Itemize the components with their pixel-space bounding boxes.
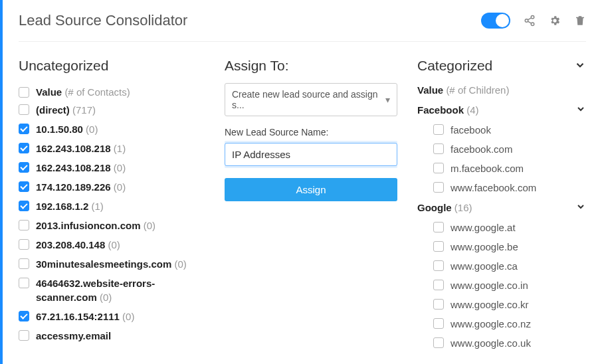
list-item: 67.21.16.154:2111 (0): [19, 307, 205, 326]
list-item: accessmy.email: [19, 326, 205, 345]
contacts-count-label: (# of Contacts): [64, 86, 130, 98]
svg-point-2: [531, 23, 534, 26]
item-label: www.facebook.com: [451, 181, 536, 195]
gear-icon[interactable]: [549, 15, 561, 27]
list-item: www.facebook.com: [417, 178, 586, 197]
item-label: www.google.co.in: [451, 278, 528, 292]
checkbox[interactable]: [433, 318, 444, 329]
checkbox[interactable]: [19, 311, 29, 321]
item-label: www.google.at: [451, 221, 516, 234]
item-count: (0): [97, 292, 112, 303]
uncategorized-column: Uncategorized Value (# of Contacts) (dir…: [19, 58, 205, 364]
item-label: www.google.be: [451, 240, 518, 254]
checkbox[interactable]: [433, 280, 444, 290]
children-count-label: (# of Children): [446, 84, 509, 96]
list-item: 162.243.108.218 (0): [19, 158, 205, 177]
checkbox[interactable]: [433, 163, 444, 173]
value-label: Value: [417, 84, 443, 96]
group-name: Google: [417, 202, 452, 213]
checkbox[interactable]: [19, 124, 29, 134]
checkbox[interactable]: [19, 330, 29, 341]
item-label: www.google.co.nz: [451, 317, 531, 331]
list-item: www.google.at: [417, 218, 586, 237]
list-item: www.google.be: [417, 237, 586, 256]
checkbox[interactable]: [19, 181, 29, 192]
group-name: Facebook: [417, 104, 464, 116]
group-count: (16): [452, 202, 472, 213]
trash-icon[interactable]: [574, 15, 586, 27]
assign-title: Assign To:: [225, 58, 397, 74]
item-count: (1): [88, 201, 104, 212]
new-lead-source-input[interactable]: [225, 143, 397, 166]
item-label: 46464632.website-errors-scanner.com: [36, 278, 155, 303]
checkbox[interactable]: [19, 258, 29, 269]
select-all-checkbox[interactable]: [19, 87, 29, 98]
checkbox[interactable]: [19, 239, 29, 250]
item-label: www.google.ca: [451, 259, 518, 273]
checkbox[interactable]: [433, 241, 444, 252]
list-item: facebook.com: [417, 139, 586, 159]
item-label: (direct): [36, 104, 70, 116]
checkbox[interactable]: [19, 278, 29, 288]
value-label: Value: [36, 86, 62, 98]
category-group[interactable]: Google (16): [417, 197, 586, 218]
select-value: Create new lead source and assign s...: [232, 89, 385, 110]
checkbox[interactable]: [433, 260, 444, 271]
list-item: 192.168.1.2 (1): [19, 197, 205, 216]
item-count: (0): [105, 239, 120, 250]
checkbox[interactable]: [433, 143, 444, 154]
caret-down-icon: ▾: [385, 94, 390, 105]
svg-point-0: [531, 16, 534, 19]
checkbox[interactable]: [433, 222, 444, 232]
share-icon[interactable]: [524, 15, 536, 27]
assign-button[interactable]: Assign: [225, 178, 397, 201]
list-item: 2013.infusioncon.com (0): [19, 216, 205, 235]
uncategorized-title: Uncategorized: [19, 58, 205, 74]
checkbox[interactable]: [433, 337, 444, 348]
checkbox[interactable]: [19, 220, 29, 230]
list-item: (direct) (717): [19, 100, 205, 120]
item-label: www.google.co.kr: [451, 298, 529, 312]
card-header: Lead Source Consolidator: [19, 12, 586, 42]
item-count: (0): [111, 181, 126, 193]
lead-source-card: Lead Source Consolidator Uncategorized V…: [0, 0, 602, 364]
chevron-down-icon[interactable]: [574, 59, 586, 73]
list-item: 46464632.website-errors-scanner.com (0): [19, 274, 205, 307]
list-item: 174.120.189.226 (0): [19, 177, 205, 197]
item-count: (717): [70, 104, 96, 116]
checkbox[interactable]: [19, 143, 29, 153]
list-item: www.google.co.nz: [417, 314, 586, 333]
checkbox[interactable]: [19, 201, 29, 211]
item-label: 2013.infusioncon.com: [36, 220, 141, 231]
uncategorized-list: (direct) (717)10.1.50.80 (0)162.243.108.…: [19, 100, 205, 345]
list-item: m.facebook.com: [417, 159, 586, 178]
item-label: facebook: [451, 123, 491, 137]
checkbox[interactable]: [19, 162, 29, 173]
list-item: facebook: [417, 120, 586, 139]
categorized-value-header: Value (# of Children): [417, 83, 586, 100]
category-group[interactable]: Facebook (4): [417, 100, 586, 120]
chevron-down-icon: [575, 104, 586, 116]
chevron-down-icon: [575, 201, 586, 214]
checkbox[interactable]: [433, 182, 444, 193]
list-item: 203.208.40.148 (0): [19, 235, 205, 254]
checkbox[interactable]: [433, 124, 444, 135]
item-label: 162.243.108.218: [36, 143, 111, 154]
checkbox[interactable]: [433, 299, 444, 310]
checkbox[interactable]: [19, 104, 29, 115]
item-count: (0): [83, 124, 98, 135]
item-label: 10.1.50.80: [36, 124, 83, 135]
item-count: (0): [171, 258, 187, 270]
item-label: m.facebook.com: [451, 161, 524, 175]
list-item: 30minutesalesmeetings.com (0): [19, 254, 205, 274]
item-label: facebook.com: [451, 142, 512, 156]
list-item: 10.1.50.80 (0): [19, 120, 205, 139]
item-count: (0): [111, 162, 126, 173]
list-item: www.google.ca: [417, 256, 586, 276]
new-source-label: New Lead Source Name:: [225, 127, 397, 137]
lead-source-select[interactable]: Create new lead source and assign s... ▾: [225, 83, 397, 116]
uncategorized-value-header: Value (# of Contacts): [19, 83, 205, 100]
card-title: Lead Source Consolidator: [19, 12, 481, 29]
enable-toggle[interactable]: [481, 13, 510, 29]
svg-point-1: [525, 19, 528, 23]
